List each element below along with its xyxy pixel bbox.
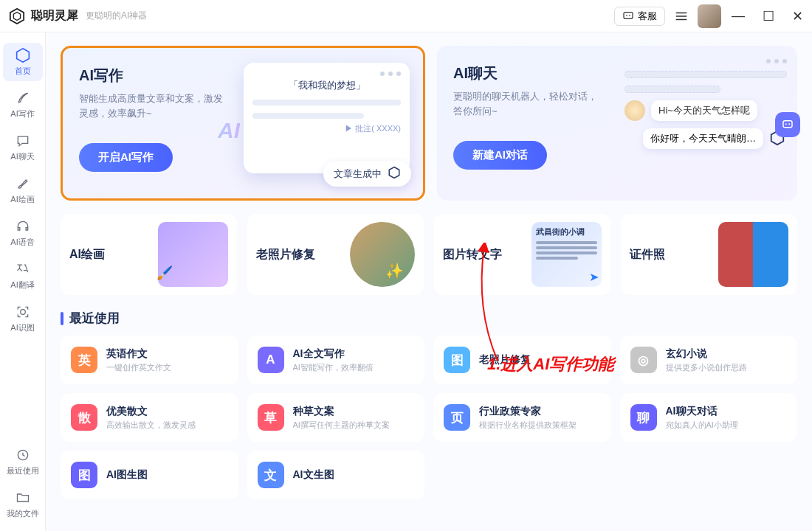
- recent-item[interactable]: 页 行业政策专家 根据行业名称提供政策框架: [433, 393, 611, 442]
- customer-service-label: 客服: [638, 10, 657, 23]
- recent-item[interactable]: 聊 AI聊天对话 宛如真人的AI小助理: [620, 393, 798, 442]
- history-icon: [15, 447, 31, 463]
- svg-point-11: [788, 123, 790, 125]
- hero-card-ai-write[interactable]: AI写作 智能生成高质量文章和文案，激发灵感，效率飙升~ 开启AI写作 AI 「…: [61, 46, 425, 201]
- sidebar-label: 最近使用: [7, 465, 39, 476]
- customer-service-button[interactable]: 客服: [614, 7, 665, 26]
- recent-item-sub: 根据行业名称提供政策框架: [479, 420, 577, 431]
- home-icon: [15, 47, 31, 63]
- recent-item[interactable]: A AI全文写作 AI智能写作，效率翻倍: [247, 336, 425, 384]
- recent-item-sub: 宛如真人的AI小助理: [666, 420, 738, 431]
- main-content: AI写作 智能生成高质量文章和文案，激发灵感，效率飙升~ 开启AI写作 AI 「…: [46, 32, 812, 531]
- recent-item-sub: 提供更多小说创作思路: [666, 362, 747, 373]
- sidebar-label: 首页: [15, 66, 31, 77]
- magic-wand-icon: ✨: [385, 262, 404, 280]
- svg-point-10: [785, 123, 787, 125]
- recent-item[interactable]: ◎ 玄幻小说 提供更多小说创作思路: [620, 336, 798, 384]
- tile-title: 图片转文字: [443, 247, 524, 263]
- recent-heading: 最近使用: [61, 310, 797, 327]
- folder-icon: [15, 490, 31, 506]
- mock-doc-title: 「我和我的梦想」: [252, 79, 401, 92]
- sidebar-label: AI翻译: [10, 280, 34, 291]
- paintbrush-icon: 🖌️: [156, 265, 173, 281]
- sidebar-item-translate[interactable]: AI翻译: [3, 257, 43, 295]
- recent-item-icon: A: [258, 347, 284, 373]
- sidebar-item-files[interactable]: 我的文件: [3, 485, 43, 524]
- start-ai-write-button[interactable]: 开启AI写作: [79, 143, 173, 172]
- recent-item-sub: 一键创作英文作文: [106, 362, 171, 373]
- ocr-thumbnail: 武昌街的小调 ➤: [531, 222, 602, 287]
- sidebar-label: AI写作: [10, 108, 34, 119]
- send-icon: [775, 112, 800, 137]
- tile-id-photo[interactable]: 证件照: [621, 214, 797, 295]
- sidebar-item-ocr[interactable]: AI识图: [3, 299, 43, 338]
- recent-item-icon: ◎: [630, 347, 657, 373]
- svg-marker-7: [389, 167, 399, 178]
- sidebar-item-write[interactable]: AI写作: [3, 86, 43, 124]
- svg-rect-9: [783, 121, 792, 128]
- idphoto-thumbnail: [718, 222, 788, 287]
- tile-img-to-text[interactable]: 图片转文字 武昌街的小调 ➤: [434, 214, 610, 295]
- window-controls: — ☐ ✕: [732, 8, 803, 24]
- hero-write-desc: 智能生成高质量文章和文案，激发灵感，效率飙升~: [79, 91, 227, 121]
- recent-item-icon: 草: [258, 404, 284, 431]
- recent-item-sub: AI撰写任何主题的种草文案: [293, 420, 390, 431]
- sidebar-item-voice[interactable]: AI语音: [3, 214, 43, 252]
- tile-photo-restore[interactable]: 老照片修复 ✨: [247, 214, 424, 295]
- hero-card-ai-chat[interactable]: AI聊天 更聪明的聊天机器人，轻松对话，答你所问~ 新建AI对话 Hi~今天的天…: [437, 46, 797, 201]
- close-button[interactable]: ✕: [792, 8, 803, 24]
- sidebar-item-home[interactable]: 首页: [3, 43, 43, 81]
- recent-item[interactable]: 英 英语作文 一键创作英文作文: [61, 336, 238, 384]
- new-ai-chat-button[interactable]: 新建AI对话: [453, 141, 547, 170]
- recent-item-sub: 高效输出散文，激发灵感: [106, 420, 196, 431]
- recent-item-icon: 图: [444, 347, 470, 373]
- recent-grid: 英 英语作文 一键创作英文作文 A AI全文写作 AI智能写作，效率翻倍 图 老…: [61, 336, 797, 499]
- recent-item-name: AI图生图: [106, 468, 148, 482]
- tile-title: 证件照: [630, 247, 711, 263]
- recent-item[interactable]: 草 种草文案 AI撰写任何主题的种草文案: [247, 393, 425, 442]
- recent-item[interactable]: 散 优美散文 高效输出散文，激发灵感: [61, 393, 238, 442]
- svg-marker-1: [13, 12, 20, 20]
- sidebar-label: AI识图: [10, 322, 34, 333]
- avatar-icon: [625, 100, 645, 121]
- recent-item[interactable]: 图 AI图生图: [61, 451, 238, 499]
- write-preview-mock: 「我和我的梦想」 ▶ 批注( XXXX): [244, 63, 410, 173]
- recent-item-icon: 文: [258, 462, 284, 488]
- recent-item[interactable]: 文 AI文生图: [247, 451, 425, 499]
- draw-thumbnail: 🖌️: [158, 222, 228, 287]
- sidebar-item-draw[interactable]: AI绘画: [3, 171, 43, 209]
- minimize-button[interactable]: —: [732, 8, 745, 24]
- sidebar-item-recent[interactable]: 最近使用: [3, 442, 43, 481]
- hamburger-menu-button[interactable]: [672, 7, 690, 25]
- recent-item-icon: 散: [71, 404, 97, 431]
- doc-sample-title: 武昌街的小调: [531, 222, 602, 239]
- user-avatar[interactable]: [698, 4, 721, 28]
- recent-item-name: 玄幻小说: [666, 347, 747, 361]
- scan-icon: [15, 304, 31, 320]
- headphone-icon: [15, 218, 31, 235]
- sidebar-item-chat[interactable]: AI聊天: [3, 128, 43, 167]
- sidebar-label: AI语音: [10, 237, 34, 248]
- recent-item-icon: 页: [444, 404, 470, 431]
- chat-bubble-user: Hi~今天的天气怎样呢: [651, 100, 757, 121]
- tile-ai-draw[interactable]: AI绘画 🖌️: [61, 214, 237, 295]
- chat-bubble-icon: [15, 133, 31, 149]
- translate-icon: [15, 261, 31, 277]
- svg-marker-5: [16, 49, 29, 62]
- recent-item[interactable]: 图 老照片修复: [433, 336, 611, 384]
- sidebar-label: AI聊天: [10, 151, 34, 162]
- brush-icon: [15, 176, 31, 192]
- titlebar: 聪明灵犀 更聪明的AI神器 客服 — ☐ ✕: [0, 0, 812, 32]
- recent-heading-text: 最近使用: [69, 310, 120, 327]
- arrow-icon: ➤: [589, 270, 599, 284]
- recent-item-name: AI文生图: [293, 468, 334, 482]
- maximize-button[interactable]: ☐: [763, 8, 774, 24]
- sidebar-label: AI绘画: [10, 194, 34, 205]
- recent-item-name: AI聊天对话: [666, 405, 738, 418]
- app-tagline: 更聪明的AI神器: [86, 10, 147, 22]
- mock-note: ▶ 批注( XXXX): [252, 123, 401, 134]
- chat-preview-mock: Hi~今天的天气怎样呢 你好呀，今天天气晴朗…: [625, 59, 787, 149]
- recent-item-sub: AI智能写作，效率翻倍: [293, 362, 374, 373]
- sidebar-label: 我的文件: [7, 508, 39, 519]
- recent-item-icon: 聊: [630, 404, 657, 431]
